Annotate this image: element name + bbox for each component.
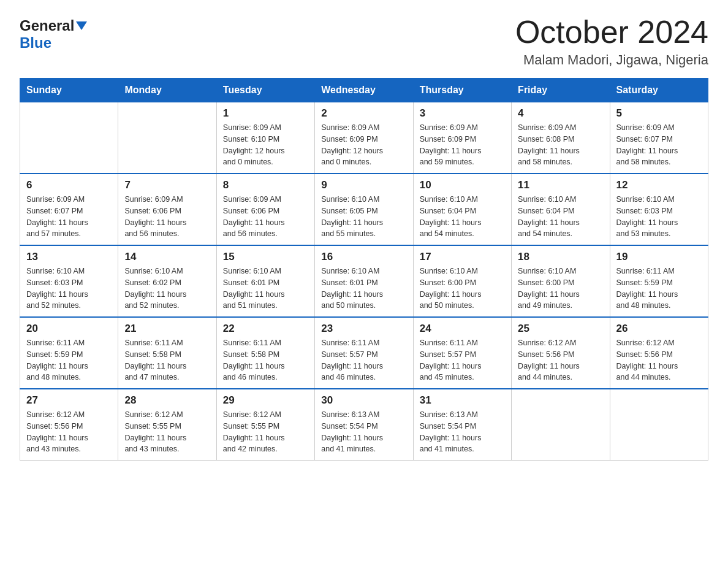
calendar-cell: 8Sunrise: 6:09 AM Sunset: 6:06 PM Daylig… xyxy=(216,174,314,245)
calendar-cell: 30Sunrise: 6:13 AM Sunset: 5:54 PM Dayli… xyxy=(315,389,413,461)
calendar-cell: 6Sunrise: 6:09 AM Sunset: 6:07 PM Daylig… xyxy=(20,174,118,245)
calendar-week-row: 27Sunrise: 6:12 AM Sunset: 5:56 PM Dayli… xyxy=(20,389,708,461)
calendar-cell: 9Sunrise: 6:10 AM Sunset: 6:05 PM Daylig… xyxy=(315,174,413,245)
calendar-cell: 10Sunrise: 6:10 AM Sunset: 6:04 PM Dayli… xyxy=(413,174,511,245)
day-number: 19 xyxy=(616,251,702,263)
calendar-cell: 29Sunrise: 6:12 AM Sunset: 5:55 PM Dayli… xyxy=(216,389,314,461)
logo-triangle-icon xyxy=(76,19,87,33)
day-info: Sunrise: 6:10 AM Sunset: 6:01 PM Dayligh… xyxy=(321,266,406,312)
calendar-cell: 15Sunrise: 6:10 AM Sunset: 6:01 PM Dayli… xyxy=(216,245,314,317)
day-number: 29 xyxy=(223,394,308,407)
day-number: 14 xyxy=(124,251,210,263)
calendar-cell: 13Sunrise: 6:10 AM Sunset: 6:03 PM Dayli… xyxy=(20,245,118,317)
calendar-cell: 1Sunrise: 6:09 AM Sunset: 6:10 PM Daylig… xyxy=(216,102,314,174)
day-number: 3 xyxy=(420,107,505,120)
day-number: 23 xyxy=(321,323,406,335)
day-info: Sunrise: 6:10 AM Sunset: 6:04 PM Dayligh… xyxy=(518,194,603,240)
weekday-header-thursday: Thursday xyxy=(413,79,511,102)
day-number: 20 xyxy=(26,323,112,335)
day-info: Sunrise: 6:12 AM Sunset: 5:55 PM Dayligh… xyxy=(124,409,210,455)
weekday-header-saturday: Saturday xyxy=(610,79,708,102)
day-number: 10 xyxy=(420,179,505,191)
day-number: 27 xyxy=(26,394,112,407)
day-info: Sunrise: 6:12 AM Sunset: 5:55 PM Dayligh… xyxy=(223,409,308,455)
calendar-cell: 24Sunrise: 6:11 AM Sunset: 5:57 PM Dayli… xyxy=(413,317,511,389)
calendar-cell xyxy=(512,389,610,461)
header: General Blue October 2024 Malam Madori, … xyxy=(20,15,708,68)
day-info: Sunrise: 6:09 AM Sunset: 6:09 PM Dayligh… xyxy=(420,122,505,168)
calendar-week-row: 1Sunrise: 6:09 AM Sunset: 6:10 PM Daylig… xyxy=(20,102,708,174)
calendar-cell: 17Sunrise: 6:10 AM Sunset: 6:00 PM Dayli… xyxy=(413,245,511,317)
day-info: Sunrise: 6:11 AM Sunset: 5:58 PM Dayligh… xyxy=(223,337,308,383)
day-number: 4 xyxy=(518,107,603,120)
calendar-cell: 5Sunrise: 6:09 AM Sunset: 6:07 PM Daylig… xyxy=(610,102,708,174)
day-number: 13 xyxy=(26,251,112,263)
calendar-table: SundayMondayTuesdayWednesdayThursdayFrid… xyxy=(20,78,708,461)
weekday-header-wednesday: Wednesday xyxy=(315,79,413,102)
calendar-week-row: 20Sunrise: 6:11 AM Sunset: 5:59 PM Dayli… xyxy=(20,317,708,389)
day-info: Sunrise: 6:10 AM Sunset: 6:01 PM Dayligh… xyxy=(223,266,308,312)
calendar-cell: 25Sunrise: 6:12 AM Sunset: 5:56 PM Dayli… xyxy=(512,317,610,389)
day-number: 25 xyxy=(518,323,603,335)
day-info: Sunrise: 6:11 AM Sunset: 5:58 PM Dayligh… xyxy=(124,337,210,383)
day-number: 12 xyxy=(616,179,702,191)
day-number: 11 xyxy=(518,179,603,191)
calendar-cell: 22Sunrise: 6:11 AM Sunset: 5:58 PM Dayli… xyxy=(216,317,314,389)
day-info: Sunrise: 6:12 AM Sunset: 5:56 PM Dayligh… xyxy=(518,337,603,383)
weekday-header-friday: Friday xyxy=(512,79,610,102)
calendar-header-row: SundayMondayTuesdayWednesdayThursdayFrid… xyxy=(20,79,708,102)
day-number: 1 xyxy=(223,107,308,120)
calendar-cell: 31Sunrise: 6:13 AM Sunset: 5:54 PM Dayli… xyxy=(413,389,511,461)
calendar-cell: 3Sunrise: 6:09 AM Sunset: 6:09 PM Daylig… xyxy=(413,102,511,174)
calendar-cell: 4Sunrise: 6:09 AM Sunset: 6:08 PM Daylig… xyxy=(512,102,610,174)
day-info: Sunrise: 6:10 AM Sunset: 6:03 PM Dayligh… xyxy=(26,266,112,312)
calendar-cell: 21Sunrise: 6:11 AM Sunset: 5:58 PM Dayli… xyxy=(118,317,216,389)
svg-marker-0 xyxy=(76,21,87,30)
day-number: 22 xyxy=(223,323,308,335)
weekday-header-monday: Monday xyxy=(118,79,216,102)
calendar-cell: 18Sunrise: 6:10 AM Sunset: 6:00 PM Dayli… xyxy=(512,245,610,317)
calendar-cell: 7Sunrise: 6:09 AM Sunset: 6:06 PM Daylig… xyxy=(118,174,216,245)
calendar-cell: 19Sunrise: 6:11 AM Sunset: 5:59 PM Dayli… xyxy=(610,245,708,317)
calendar-cell: 11Sunrise: 6:10 AM Sunset: 6:04 PM Dayli… xyxy=(512,174,610,245)
calendar-cell: 14Sunrise: 6:10 AM Sunset: 6:02 PM Dayli… xyxy=(118,245,216,317)
calendar-cell xyxy=(610,389,708,461)
day-number: 30 xyxy=(321,394,406,407)
day-info: Sunrise: 6:10 AM Sunset: 6:00 PM Dayligh… xyxy=(420,266,505,312)
logo: General Blue xyxy=(20,17,87,52)
title-block: October 2024 Malam Madori, Jigawa, Niger… xyxy=(515,15,708,68)
calendar-cell: 26Sunrise: 6:12 AM Sunset: 5:56 PM Dayli… xyxy=(610,317,708,389)
day-number: 7 xyxy=(124,179,210,191)
logo-blue-text: Blue xyxy=(20,34,51,51)
day-number: 28 xyxy=(124,394,210,407)
day-number: 2 xyxy=(321,107,406,120)
weekday-header-sunday: Sunday xyxy=(20,79,118,102)
day-info: Sunrise: 6:10 AM Sunset: 6:04 PM Dayligh… xyxy=(420,194,505,240)
day-number: 6 xyxy=(26,179,112,191)
calendar-cell: 16Sunrise: 6:10 AM Sunset: 6:01 PM Dayli… xyxy=(315,245,413,317)
calendar-cell xyxy=(118,102,216,174)
day-info: Sunrise: 6:09 AM Sunset: 6:06 PM Dayligh… xyxy=(124,194,210,240)
day-info: Sunrise: 6:12 AM Sunset: 5:56 PM Dayligh… xyxy=(26,409,112,455)
day-info: Sunrise: 6:10 AM Sunset: 6:02 PM Dayligh… xyxy=(124,266,210,312)
page-title: October 2024 xyxy=(515,15,708,50)
day-info: Sunrise: 6:11 AM Sunset: 5:59 PM Dayligh… xyxy=(26,337,112,383)
calendar-cell: 12Sunrise: 6:10 AM Sunset: 6:03 PM Dayli… xyxy=(610,174,708,245)
calendar-week-row: 6Sunrise: 6:09 AM Sunset: 6:07 PM Daylig… xyxy=(20,174,708,245)
day-number: 8 xyxy=(223,179,308,191)
day-info: Sunrise: 6:09 AM Sunset: 6:06 PM Dayligh… xyxy=(223,194,308,240)
page-subtitle: Malam Madori, Jigawa, Nigeria xyxy=(515,52,708,68)
calendar-cell: 2Sunrise: 6:09 AM Sunset: 6:09 PM Daylig… xyxy=(315,102,413,174)
day-info: Sunrise: 6:09 AM Sunset: 6:09 PM Dayligh… xyxy=(321,122,406,168)
calendar-cell: 20Sunrise: 6:11 AM Sunset: 5:59 PM Dayli… xyxy=(20,317,118,389)
day-number: 5 xyxy=(616,107,702,120)
calendar-cell: 28Sunrise: 6:12 AM Sunset: 5:55 PM Dayli… xyxy=(118,389,216,461)
day-number: 9 xyxy=(321,179,406,191)
day-number: 16 xyxy=(321,251,406,263)
day-info: Sunrise: 6:09 AM Sunset: 6:07 PM Dayligh… xyxy=(616,122,702,168)
day-info: Sunrise: 6:11 AM Sunset: 5:59 PM Dayligh… xyxy=(616,266,702,312)
day-info: Sunrise: 6:09 AM Sunset: 6:07 PM Dayligh… xyxy=(26,194,112,240)
day-info: Sunrise: 6:12 AM Sunset: 5:56 PM Dayligh… xyxy=(616,337,702,383)
day-number: 24 xyxy=(420,323,505,335)
logo-general-text: General xyxy=(20,17,74,34)
